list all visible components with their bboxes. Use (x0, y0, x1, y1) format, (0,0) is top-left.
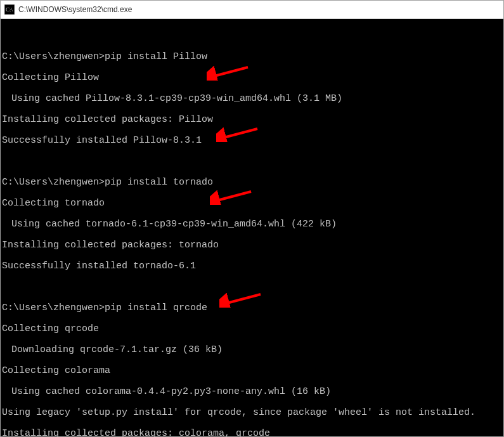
output-line: Collecting colorama (2, 366, 502, 377)
cmd-window: C:\ C:\WINDOWS\system32\cmd.exe C:\Users… (0, 0, 504, 437)
output-line: Successfully installed tornado-6.1 (2, 261, 502, 272)
output-line: Installing collected packages: colorama,… (2, 429, 502, 437)
svg-text:C:\: C:\ (6, 6, 13, 13)
prompt-line: C:\Users\zhengwen>pip install tornado (2, 178, 502, 188)
cmd-icon: C:\ (4, 4, 15, 15)
output-line: Installing collected packages: Pillow (2, 115, 502, 126)
blank-line (2, 282, 502, 293)
output-line: Collecting Pillow (2, 73, 502, 84)
blank-line (2, 31, 502, 42)
window-title: C:\WINDOWS\system32\cmd.exe (18, 5, 500, 14)
output-line: Using legacy 'setup.py install' for qrco… (2, 408, 502, 419)
output-line: Installing collected packages: tornado (2, 240, 502, 251)
output-line: Collecting qrcode (2, 324, 502, 335)
output-line: Using cached tornado-6.1-cp39-cp39-win_a… (2, 219, 502, 230)
terminal-output[interactable]: C:\Users\zhengwen>pip install Pillow Col… (1, 19, 503, 436)
output-line: Successfully installed Pillow-8.3.1 (2, 136, 502, 147)
output-line: Collecting tornado (2, 199, 502, 209)
output-line: Using cached colorama-0.4.4-py2.py3-none… (2, 387, 502, 398)
blank-line (2, 157, 502, 167)
titlebar[interactable]: C:\ C:\WINDOWS\system32\cmd.exe (1, 1, 503, 19)
output-line: Using cached Pillow-8.3.1-cp39-cp39-win_… (2, 94, 502, 105)
output-line: Downloading qrcode-7.1.tar.gz (36 kB) (2, 345, 502, 356)
prompt-line: C:\Users\zhengwen>pip install Pillow (2, 52, 502, 63)
prompt-line: C:\Users\zhengwen>pip install qrcode (2, 303, 502, 314)
